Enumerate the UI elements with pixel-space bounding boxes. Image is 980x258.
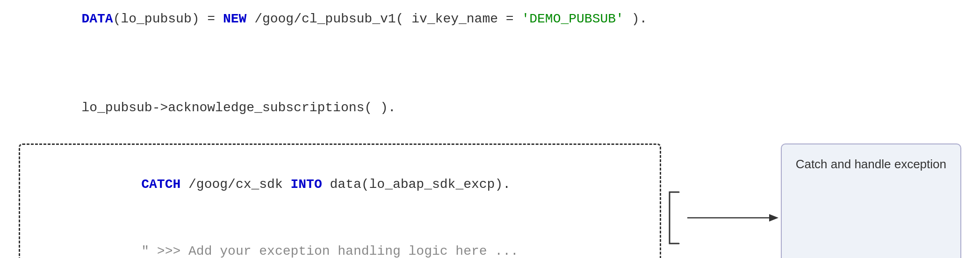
code-text-catch2: data(lo_abap_sdk_excp). (322, 177, 511, 192)
code-text-catch1: /goog/cx_sdk (180, 177, 290, 192)
code-block: TRY. DATA(lo_pubsub) = NEW /goog/cl_pubs… (19, 0, 961, 258)
bracket (665, 143, 684, 258)
string-demo-pubsub: 'DEMO_PUBSUB' (521, 12, 623, 26)
keyword-data: DATA (66, 12, 113, 26)
comment-line: " >>> Add your exception handling logic … (31, 218, 649, 258)
code-text-3b: /goog/cl_pubsub_v1( iv_key_name = (246, 12, 521, 26)
catch-line: CATCH /goog/cx_sdk INTO data(lo_abap_sdk… (31, 151, 649, 218)
main-container: TRY. DATA(lo_pubsub) = NEW /goog/cl_pubs… (0, 0, 980, 258)
keyword-new: NEW (223, 12, 246, 26)
dashed-box: CATCH /goog/cx_sdk INTO data(lo_abap_sdk… (19, 143, 661, 258)
arrow-line (687, 143, 781, 258)
code-text-3c: ). (624, 12, 647, 26)
code-line-3: DATA(lo_pubsub) = NEW /goog/cl_pubsub_v1… (19, 0, 961, 52)
code-line-blank2 (19, 52, 961, 75)
dashed-box-content: CATCH /goog/cx_sdk INTO data(lo_abap_sdk… (31, 151, 649, 258)
keyword-into: INTO (291, 177, 322, 192)
svg-marker-1 (769, 214, 778, 222)
code-line-5: lo_pubsub->acknowledge_subscriptions( ). (19, 75, 961, 142)
keyword-catch: CATCH (126, 177, 181, 192)
comment-text: " >>> Add your exception handling logic … (126, 244, 519, 258)
code-text-3a: (lo_pubsub) = (113, 12, 223, 26)
callout-label: Catch and handle exception (796, 157, 946, 171)
callout-box: Catch and handle exception (781, 143, 961, 258)
dashed-box-wrapper: CATCH /goog/cx_sdk INTO data(lo_abap_sdk… (19, 143, 961, 258)
code-text-5: lo_pubsub->acknowledge_subscriptions( ). (66, 100, 396, 115)
